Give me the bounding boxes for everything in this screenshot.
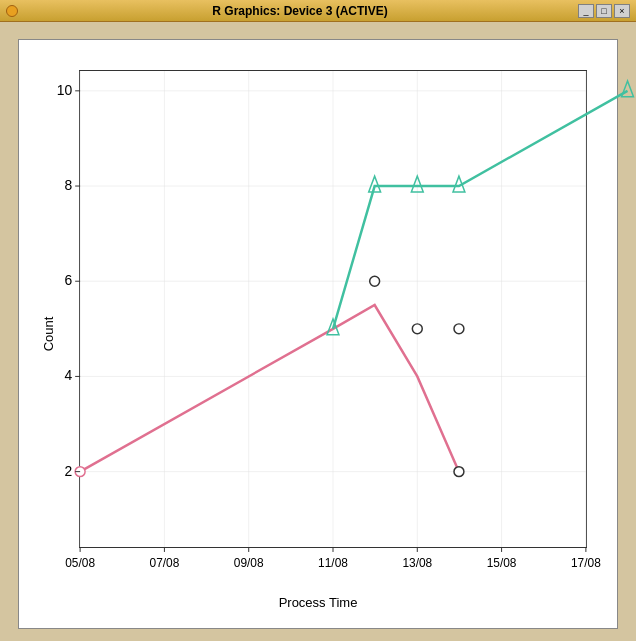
open-circle-3 <box>454 324 464 334</box>
x-tick-1108: 11/08 <box>318 556 348 570</box>
open-circle-1 <box>370 276 380 286</box>
plot-container: Count <box>18 39 618 629</box>
x-tick-0708: 07/08 <box>150 556 180 570</box>
x-tick-1508: 15/08 <box>487 556 517 570</box>
y-tick-8: 8 <box>64 177 72 193</box>
x-tick-0508: 05/08 <box>65 556 95 570</box>
x-tick-1708: 17/08 <box>571 556 601 570</box>
y-tick-10: 10 <box>57 82 73 98</box>
close-button[interactable]: × <box>614 4 630 18</box>
maximize-button[interactable]: □ <box>596 4 612 18</box>
y-tick-2: 2 <box>64 463 72 479</box>
open-circle-2 <box>412 324 422 334</box>
main-window: R Graphics: Device 3 (ACTIVE) _ □ × Coun… <box>0 0 636 641</box>
y-axis-label: Count <box>41 317 56 352</box>
y-tick-6: 6 <box>64 272 72 288</box>
content-area: Count <box>0 22 636 641</box>
pink-line <box>80 305 459 472</box>
y-tick-4: 4 <box>64 367 72 383</box>
x-tick-0908: 09/08 <box>234 556 264 570</box>
window-controls[interactable]: _ □ × <box>578 4 630 18</box>
chart-svg: 10 8 6 4 2 05/08 07/08 09/08 11/08 13/08… <box>80 71 586 547</box>
minimize-button[interactable]: _ <box>578 4 594 18</box>
teal-line <box>333 91 628 329</box>
window-title: R Graphics: Device 3 (ACTIVE) <box>22 4 578 18</box>
x-tick-1308: 13/08 <box>402 556 432 570</box>
x-axis-label: Process Time <box>19 595 617 610</box>
window-dot <box>6 5 18 17</box>
plot-area: 10 8 6 4 2 05/08 07/08 09/08 11/08 13/08… <box>79 70 587 548</box>
open-circle-4 <box>454 467 464 477</box>
title-bar: R Graphics: Device 3 (ACTIVE) _ □ × <box>0 0 636 22</box>
